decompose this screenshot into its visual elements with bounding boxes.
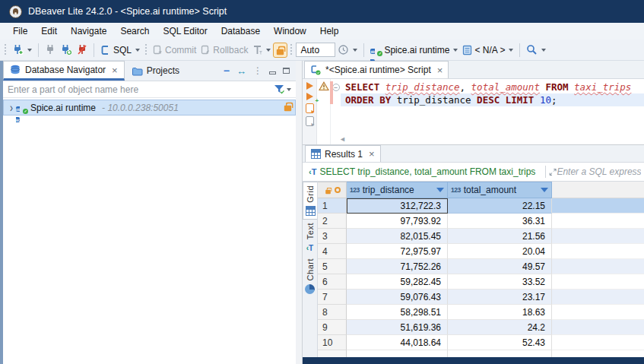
- history-dropdown-arrow[interactable]: [353, 49, 357, 52]
- close-icon[interactable]: ×: [112, 65, 118, 76]
- cell-total_amount[interactable]: 33.52: [448, 274, 552, 290]
- code-area[interactable]: SELECT trip_distance, total_amount FROM …: [341, 79, 644, 144]
- cell-trip_distance[interactable]: 58,298.51: [347, 305, 448, 320]
- row-number[interactable]: 7: [318, 290, 347, 305]
- menu-item-edit[interactable]: Edit: [34, 24, 64, 38]
- collapse-all-icon[interactable]: −: [224, 65, 230, 77]
- row-number[interactable]: 1: [318, 198, 347, 214]
- grid-row-9[interactable]: 951,619.3624.2: [318, 320, 644, 335]
- tab-text[interactable]: Text ‹T: [303, 220, 317, 255]
- row-number[interactable]: 9: [318, 320, 347, 335]
- tab-script[interactable]: *<Spice.ai runtime> Script ×: [304, 61, 449, 78]
- cell-total_amount[interactable]: 20.04: [448, 244, 552, 259]
- cell-trip_distance[interactable]: 72,975.97: [347, 244, 448, 259]
- cell-trip_distance[interactable]: 44,018.64: [347, 335, 448, 350]
- search-dropdown-arrow[interactable]: [541, 49, 546, 52]
- grid-row-2[interactable]: 297,793.9236.31: [318, 214, 644, 229]
- connection-dropdown-arrow[interactable]: [453, 49, 458, 52]
- view-menu-icon[interactable]: ⋮: [253, 65, 262, 76]
- cell-trip_distance[interactable]: 71,752.26: [347, 259, 448, 274]
- expand-arrows-icon[interactable]: [549, 167, 557, 177]
- grid-corner-cell[interactable]: [318, 182, 347, 198]
- column-header-trip-distance[interactable]: 123 trip_distance: [347, 182, 448, 198]
- menu-item-help[interactable]: Help: [313, 24, 346, 38]
- result-grid[interactable]: 123 trip_distance 123 total_amount: [318, 182, 644, 364]
- connect-button[interactable]: [43, 43, 58, 57]
- cell-trip_distance[interactable]: 59,282.45: [347, 274, 448, 290]
- grid-row-4[interactable]: 472,975.9720.04: [318, 244, 644, 259]
- cell-total_amount[interactable]: 22.15: [448, 198, 552, 214]
- new-sql-editor-button[interactable]: SQL: [98, 43, 142, 57]
- connection-lock-toggle[interactable]: [273, 43, 287, 58]
- cell-total_amount[interactable]: 23.17: [448, 290, 552, 305]
- sort-desc-icon[interactable]: [436, 188, 444, 192]
- row-number[interactable]: 2: [318, 214, 347, 229]
- menu-item-window[interactable]: Window: [267, 24, 313, 38]
- menu-item-navigate[interactable]: Navigate: [64, 24, 113, 38]
- expand-chevron-icon[interactable]: ›: [10, 100, 13, 114]
- new-connection-dropdown-arrow[interactable]: [27, 49, 32, 52]
- transaction-log-button[interactable]: [335, 43, 360, 57]
- column-header-total-amount[interactable]: 123 total_amount: [448, 182, 552, 198]
- sql-line-2[interactable]: ORDER BY trip_distance DESC LIMIT 10;: [341, 93, 644, 106]
- panel-splitter[interactable]: [296, 61, 302, 364]
- filter-dropdown-arrow[interactable]: [287, 88, 291, 91]
- rollback-button[interactable]: Rollback: [198, 43, 250, 57]
- filter-funnel-icon[interactable]: [274, 84, 285, 94]
- cell-total_amount[interactable]: 18.63: [448, 305, 552, 320]
- cell-total_amount[interactable]: 21.56: [448, 229, 552, 244]
- grid-row-5[interactable]: 571,752.2649.57: [318, 259, 644, 274]
- cell-trip_distance[interactable]: 82,015.45: [347, 229, 448, 244]
- menu-item-sql-editor[interactable]: SQL Editor: [156, 24, 214, 38]
- transaction-mode-button[interactable]: [250, 43, 273, 57]
- sql-editor-dropdown-arrow[interactable]: [135, 49, 140, 52]
- execute-new-tab-button[interactable]: [306, 93, 313, 100]
- link-with-editor-icon[interactable]: ↔: [236, 65, 246, 77]
- tab-results-1[interactable]: Results 1 ×: [305, 145, 381, 162]
- row-number[interactable]: 3: [318, 229, 347, 244]
- tab-database-navigator[interactable]: Database Navigator ×: [3, 61, 125, 81]
- cell-trip_distance[interactable]: 59,076.43: [347, 290, 448, 305]
- row-number[interactable]: 8: [318, 305, 347, 320]
- row-number[interactable]: 5: [318, 259, 347, 274]
- execute-script-button[interactable]: [306, 103, 314, 113]
- disconnect-button[interactable]: [75, 43, 90, 57]
- grid-row-8[interactable]: 858,298.5118.63: [318, 305, 644, 320]
- menu-item-search[interactable]: Search: [113, 24, 156, 38]
- cell-total_amount[interactable]: 49.57: [448, 259, 552, 274]
- cell-trip_distance[interactable]: 312,722.3: [347, 198, 448, 214]
- minimize-panel-icon[interactable]: [269, 71, 276, 74]
- cell-total_amount[interactable]: 52.43: [448, 335, 552, 350]
- object-filter-input[interactable]: Enter a part of object name here: [8, 84, 274, 95]
- maximize-panel-icon[interactable]: [283, 68, 290, 74]
- tab-projects[interactable]: Projects: [125, 61, 186, 81]
- connection-tree-item[interactable]: › ODBC✓ Spice.ai runtime - 10.0.0.238:50…: [3, 100, 296, 116]
- sql-expression-input[interactable]: Enter a SQL expression to: [557, 166, 641, 177]
- close-icon[interactable]: ×: [369, 148, 375, 160]
- grid-row-10[interactable]: 1044,018.6452.43: [318, 335, 644, 350]
- menu-item-database[interactable]: Database: [214, 24, 267, 38]
- new-connection-button[interactable]: [10, 43, 34, 57]
- cell-total_amount[interactable]: 24.2: [448, 320, 552, 335]
- row-number[interactable]: 6: [318, 274, 347, 290]
- results-filter-bar[interactable]: ‹T SELECT trip_distance, total_amount FR…: [303, 163, 644, 182]
- custom-filter-icon[interactable]: ‹T: [309, 167, 316, 176]
- cell-total_amount[interactable]: 36.31: [448, 214, 552, 229]
- active-schema-selector[interactable]: < N/A >: [460, 43, 516, 57]
- close-icon[interactable]: ×: [437, 65, 443, 76]
- hscrollbar-left-arrow[interactable]: ◄: [339, 135, 346, 143]
- cell-trip_distance[interactable]: 97,793.92: [347, 214, 448, 229]
- sql-editor[interactable]: − SELECT trip_distance, total_amount FRO…: [303, 79, 644, 144]
- grid-row-7[interactable]: 759,076.4323.17: [318, 290, 644, 305]
- active-connection-selector[interactable]: ODBC✓ Spice.ai runtime: [368, 43, 460, 57]
- search-button[interactable]: [524, 43, 548, 57]
- menu-item-file[interactable]: File: [6, 24, 34, 38]
- execute-statement-button[interactable]: [306, 82, 313, 90]
- row-number[interactable]: 4: [318, 244, 347, 259]
- transaction-mode-dropdown-arrow[interactable]: [266, 49, 271, 52]
- tab-grid[interactable]: Grid: [303, 182, 317, 220]
- grid-row-1[interactable]: 1312,722.322.15: [318, 198, 644, 214]
- cell-trip_distance[interactable]: 51,619.36: [347, 320, 448, 335]
- commit-button[interactable]: Commit: [151, 43, 198, 57]
- explain-plan-button[interactable]: [306, 116, 314, 126]
